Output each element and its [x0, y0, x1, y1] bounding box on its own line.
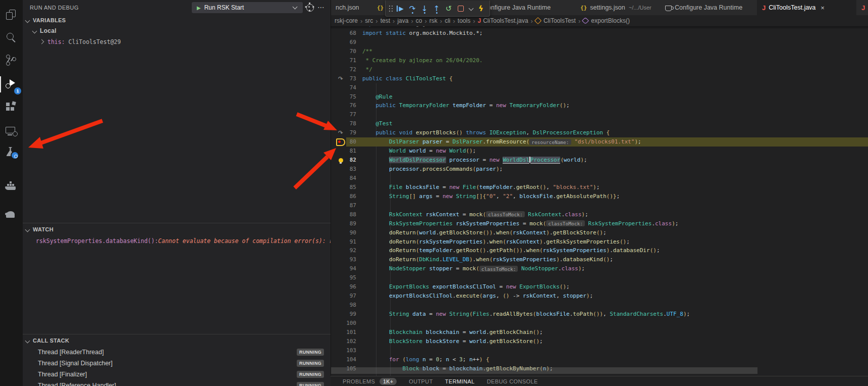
editor-tab[interactable]: Configure Java Runtime — [660, 0, 757, 15]
panel-tab-debug-console[interactable]: DEBUG CONSOLE — [487, 378, 538, 384]
editor-tab[interactable]: Configure Java Runtime — [478, 0, 576, 15]
line-number[interactable]: 69 — [343, 38, 356, 47]
horizontal-scrollbar[interactable] — [331, 367, 757, 374]
line-number[interactable]: 83 — [343, 165, 356, 174]
line-number[interactable]: 91 — [343, 237, 356, 247]
code-line[interactable]: 87 — [331, 201, 868, 210]
thread-row[interactable]: Thread [Finalizer]RUNNING — [23, 369, 331, 380]
code-line[interactable]: 85 File blocksFile = new File(tempFolder… — [331, 183, 868, 192]
docker-icon[interactable] — [0, 178, 23, 197]
breadcrumb-item[interactable]: java — [397, 17, 408, 24]
line-number[interactable]: 78 — [343, 119, 356, 128]
line-number[interactable]: 89 — [343, 219, 356, 228]
line-number[interactable]: 98 — [343, 301, 356, 310]
extensions-icon[interactable] — [0, 99, 23, 118]
code-line[interactable]: 75 @Rule — [331, 92, 868, 102]
call-stack-section-header[interactable]: CALL STACK — [23, 334, 331, 347]
line-number[interactable]: 70 — [343, 47, 356, 56]
restart-button[interactable]: ↺ — [443, 3, 455, 15]
code-line[interactable]: 92 doReturn(tempFolder.getRoot().getPath… — [331, 246, 868, 255]
continue-button[interactable]: ▶ — [394, 3, 406, 15]
code-line[interactable]: 81 World world = new World(); — [331, 147, 868, 156]
code-line[interactable]: 70/** — [331, 47, 868, 56]
close-icon[interactable]: × — [821, 4, 825, 12]
line-number[interactable]: 92 — [343, 246, 356, 255]
step-into-button[interactable]: ↓ — [418, 3, 430, 15]
code-line[interactable]: 98 — [331, 301, 868, 310]
code-line[interactable]: 102 BlockStore blockStore = world.getBlo… — [331, 337, 868, 346]
line-number[interactable]: 88 — [343, 210, 356, 219]
code-line[interactable]: 101 Blockchain blockchain = world.getBlo… — [331, 328, 868, 337]
line-number[interactable]: 99 — [343, 310, 356, 319]
line-number[interactable]: 68 — [343, 29, 356, 38]
remote-explorer-icon[interactable] — [0, 122, 23, 141]
breadcrumb-item[interactable]: src — [365, 17, 373, 24]
fold-icon[interactable]: ↷ — [338, 129, 343, 136]
code-line[interactable]: 74 — [331, 83, 868, 92]
variables-scope-local[interactable]: Local — [23, 25, 331, 36]
code-line[interactable]: 90 doReturn(world.getBlockStore()).when(… — [331, 228, 868, 237]
line-number[interactable]: 82 — [343, 156, 356, 165]
variables-section-header[interactable]: VARIABLES — [23, 15, 331, 25]
code-line[interactable]: 68import static org.mockito.Mockito.*; — [331, 29, 868, 38]
code-line[interactable]: 97 exportBlocksCliTool.execute(args, () … — [331, 292, 868, 301]
line-number[interactable]: 95 — [343, 273, 356, 282]
launch-configuration-dropdown[interactable]: ▶ Run RSK Start — [192, 2, 303, 13]
hot-code-replace-button[interactable]: ϟ — [475, 3, 487, 15]
code-line[interactable]: 71 * Created by ajlopez on 26/04/2020. — [331, 56, 868, 65]
breadcrumb-item[interactable]: co — [416, 17, 422, 24]
line-number[interactable]: 86 — [343, 192, 356, 201]
code-line[interactable]: 76 public TemporaryFolder tempFolder = n… — [331, 101, 868, 110]
line-number[interactable]: 72 — [343, 65, 356, 74]
breadcrumb-item[interactable]: rskj-core — [335, 17, 358, 24]
line-number[interactable]: 102 — [343, 337, 356, 346]
gradle-icon[interactable] — [0, 206, 23, 225]
line-number[interactable]: 77 — [343, 110, 356, 119]
code-line[interactable]: 78 @Test — [331, 119, 868, 128]
line-number[interactable]: 74 — [343, 83, 356, 92]
breadcrumb-item[interactable]: cli — [445, 17, 450, 24]
breadcrumb-item[interactable]: CliToolsTest — [535, 17, 576, 24]
line-number[interactable]: 94 — [343, 264, 356, 273]
code-line[interactable]: 77 — [331, 110, 868, 119]
code-line[interactable]: 95 — [331, 273, 868, 282]
line-number[interactable]: 75 — [343, 92, 356, 102]
code-line[interactable]: ↷73public class CliToolsTest { — [331, 74, 868, 83]
code-line[interactable]: 88 RskContext rskContext = mock(classToM… — [331, 210, 868, 219]
code-line[interactable]: 89 RskSystemProperties rskSystemProperti… — [331, 219, 868, 228]
code-line[interactable]: 94 NodeStopper stopper = mock(classToMoc… — [331, 264, 868, 273]
line-number[interactable]: 90 — [343, 228, 356, 237]
code-editor[interactable]: 67import static org.junit.Assert.*;68imp… — [331, 26, 868, 376]
breadcrumb-item[interactable]: tools — [458, 17, 470, 24]
line-number[interactable]: 104 — [343, 355, 356, 364]
line-number[interactable]: 87 — [343, 201, 356, 210]
step-out-button[interactable]: ↑ — [430, 3, 443, 15]
lightbulb-icon[interactable] — [339, 158, 343, 163]
stop-options-dropdown[interactable] — [467, 3, 475, 15]
panel-tab-problems[interactable]: PROBLEMS1K+ — [343, 378, 397, 385]
line-number[interactable]: 80 — [343, 137, 356, 147]
run-and-debug-icon[interactable]: 1 — [0, 75, 23, 94]
thread-row[interactable]: Thread [ReaderThread]RUNNING — [23, 347, 331, 358]
thread-row[interactable]: Thread [Signal Dispatcher]RUNNING — [23, 358, 331, 369]
step-over-button[interactable]: ↷ — [406, 3, 418, 15]
editor-tab[interactable]: J — [856, 0, 868, 15]
editor-tab[interactable]: JCliToolsTest.java× — [757, 0, 857, 15]
line-number[interactable]: 103 — [343, 346, 356, 355]
breadcrumb-item[interactable]: JCliToolsTest.java — [478, 17, 528, 24]
line-number[interactable]: 97 — [343, 292, 356, 301]
code-line[interactable]: 86 String[] args = new String[]{"0", "2"… — [331, 192, 868, 201]
line-number[interactable]: 79 — [343, 128, 356, 137]
code-line[interactable]: 80 DslParser parser = DslParser.fromReso… — [331, 137, 868, 147]
editor-tab[interactable]: nch.json — [331, 0, 372, 15]
line-number[interactable]: 76 — [343, 101, 356, 110]
thread-row[interactable]: Thread [Reference Handler]RUNNING — [23, 380, 331, 386]
source-control-icon[interactable] — [0, 52, 23, 71]
breadcrumb-item[interactable]: test — [381, 17, 390, 24]
code-line[interactable]: 72 */ — [331, 65, 868, 74]
line-number[interactable]: 101 — [343, 328, 356, 337]
line-number[interactable]: 85 — [343, 183, 356, 192]
watch-expression[interactable]: rskSystemProperties.databaseKind(): Cann… — [23, 235, 331, 246]
line-number[interactable]: 71 — [343, 56, 356, 65]
stop-button[interactable] — [455, 3, 467, 15]
